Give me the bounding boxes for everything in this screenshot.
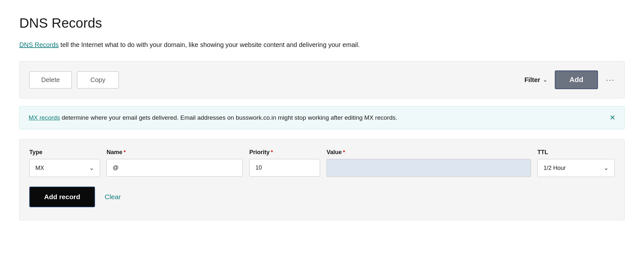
value-required-star: * — [343, 150, 345, 155]
info-banner-text: MX records determine where your email ge… — [29, 114, 397, 121]
ttl-label: TTL — [537, 149, 615, 156]
copy-button[interactable]: Copy — [77, 71, 119, 88]
name-required-star: * — [124, 150, 126, 155]
form-row: Type MX ⌄ Name * Priority * Value — [29, 149, 615, 177]
name-label: Name * — [107, 149, 243, 156]
delete-button[interactable]: Delete — [29, 71, 72, 88]
close-icon[interactable]: ✕ — [610, 114, 615, 122]
toolbar-left: Delete Copy — [29, 71, 119, 88]
form-actions: Add record Clear — [29, 187, 615, 207]
type-label: Type — [29, 149, 100, 156]
name-field-group: Name * — [107, 149, 243, 177]
add-button[interactable]: Add — [555, 70, 598, 89]
ttl-select[interactable]: 1/2 Hour ⌄ — [537, 159, 615, 177]
page-title: DNS Records — [19, 15, 625, 31]
filter-label: Filter — [525, 76, 540, 84]
value-input[interactable] — [327, 159, 531, 177]
value-label: Value * — [327, 149, 531, 156]
priority-input[interactable] — [249, 159, 320, 177]
type-chevron-icon: ⌄ — [89, 164, 94, 171]
filter-button[interactable]: Filter ⌄ — [525, 76, 547, 84]
priority-label: Priority * — [249, 149, 320, 156]
value-field-group: Value * — [327, 149, 531, 177]
info-banner: MX records determine where your email ge… — [19, 106, 625, 129]
ttl-value: 1/2 Hour — [544, 165, 566, 171]
page-description: DNS Records tell the Internet what to do… — [19, 40, 625, 50]
priority-required-star: * — [271, 150, 273, 155]
toolbar: Delete Copy Filter ⌄ Add ··· — [19, 61, 625, 98]
priority-field-group: Priority * — [249, 149, 320, 177]
add-record-button[interactable]: Add record — [29, 187, 95, 207]
type-field-group: Type MX ⌄ — [29, 149, 100, 177]
more-options-button[interactable]: ··· — [606, 75, 615, 85]
mx-records-link[interactable]: MX records — [29, 114, 60, 121]
toolbar-right: Filter ⌄ Add ··· — [525, 70, 615, 89]
clear-button[interactable]: Clear — [105, 193, 121, 201]
name-input[interactable] — [107, 159, 243, 177]
ttl-chevron-icon: ⌄ — [604, 164, 609, 171]
dns-records-link[interactable]: DNS Records — [19, 41, 59, 48]
form-section: Type MX ⌄ Name * Priority * Value — [19, 139, 625, 220]
type-value: MX — [35, 165, 44, 171]
type-select[interactable]: MX ⌄ — [29, 159, 100, 177]
chevron-down-icon: ⌄ — [543, 77, 547, 83]
ttl-field-group: TTL 1/2 Hour ⌄ — [537, 149, 615, 177]
